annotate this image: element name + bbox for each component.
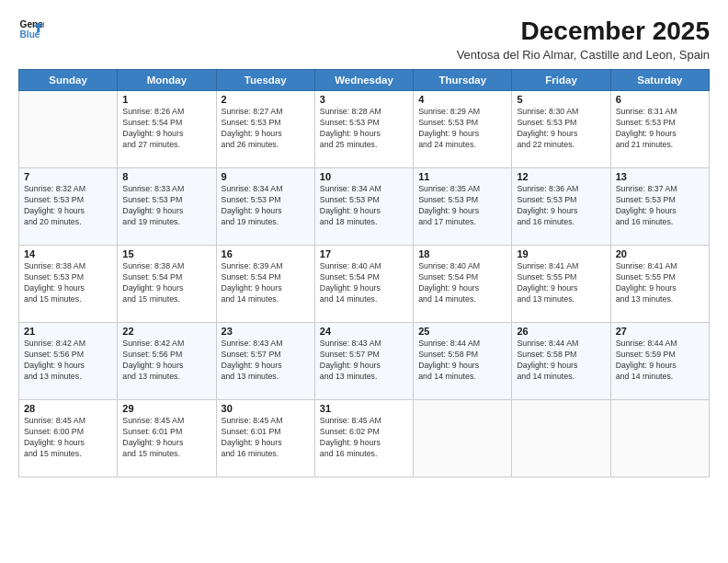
day-info: Sunrise: 8:42 AM Sunset: 5:56 PM Dayligh… [122, 339, 210, 383]
day-info: Sunrise: 8:43 AM Sunset: 5:57 PM Dayligh… [222, 339, 310, 383]
calendar-cell: 21Sunrise: 8:42 AM Sunset: 5:56 PM Dayli… [19, 323, 118, 400]
calendar-cell: 17Sunrise: 8:40 AM Sunset: 5:54 PM Dayli… [314, 246, 413, 323]
day-info: Sunrise: 8:32 AM Sunset: 5:53 PM Dayligh… [24, 184, 112, 228]
day-number: 5 [517, 94, 605, 105]
day-info: Sunrise: 8:39 AM Sunset: 5:54 PM Dayligh… [222, 261, 310, 305]
day-number: 24 [320, 326, 408, 337]
day-info: Sunrise: 8:41 AM Sunset: 5:55 PM Dayligh… [616, 261, 704, 305]
calendar-week-row: 21Sunrise: 8:42 AM Sunset: 5:56 PM Dayli… [19, 323, 710, 400]
calendar-cell: 5Sunrise: 8:30 AM Sunset: 5:53 PM Daylig… [512, 91, 610, 168]
day-number: 6 [616, 94, 704, 105]
day-number: 20 [616, 248, 704, 259]
calendar-table: SundayMondayTuesdayWednesdayThursdayFrid… [18, 69, 710, 477]
calendar-cell [414, 400, 512, 477]
day-number: 26 [517, 326, 605, 337]
day-number: 28 [24, 403, 112, 414]
calendar-cell: 7Sunrise: 8:32 AM Sunset: 5:53 PM Daylig… [19, 168, 118, 246]
day-info: Sunrise: 8:43 AM Sunset: 5:57 PM Dayligh… [320, 339, 408, 383]
calendar-cell: 1Sunrise: 8:26 AM Sunset: 5:54 PM Daylig… [118, 91, 216, 168]
weekday-header: Wednesday [314, 70, 413, 91]
day-number: 8 [122, 171, 210, 182]
calendar-week-row: 7Sunrise: 8:32 AM Sunset: 5:53 PM Daylig… [19, 168, 710, 246]
day-number: 25 [418, 326, 506, 337]
day-number: 13 [616, 171, 704, 182]
day-number: 18 [418, 248, 506, 259]
weekday-header: Friday [512, 70, 610, 91]
day-number: 30 [222, 403, 310, 414]
calendar-cell: 26Sunrise: 8:44 AM Sunset: 5:58 PM Dayli… [512, 323, 610, 400]
header: General Blue December 2025 Ventosa del R… [18, 17, 710, 62]
day-number: 1 [122, 94, 210, 105]
weekday-header: Thursday [414, 70, 512, 91]
weekday-header-row: SundayMondayTuesdayWednesdayThursdayFrid… [19, 70, 710, 91]
calendar-cell: 28Sunrise: 8:45 AM Sunset: 6:00 PM Dayli… [19, 400, 118, 477]
day-info: Sunrise: 8:27 AM Sunset: 5:53 PM Dayligh… [222, 107, 310, 151]
day-info: Sunrise: 8:26 AM Sunset: 5:54 PM Dayligh… [122, 107, 210, 151]
day-info: Sunrise: 8:31 AM Sunset: 5:53 PM Dayligh… [616, 107, 704, 151]
calendar-cell: 14Sunrise: 8:38 AM Sunset: 5:53 PM Dayli… [19, 246, 118, 323]
day-number: 12 [517, 171, 605, 182]
day-number: 7 [24, 171, 112, 182]
day-info: Sunrise: 8:30 AM Sunset: 5:53 PM Dayligh… [517, 107, 605, 151]
day-number: 27 [616, 326, 704, 337]
calendar-cell: 25Sunrise: 8:44 AM Sunset: 5:58 PM Dayli… [414, 323, 512, 400]
calendar-cell: 13Sunrise: 8:37 AM Sunset: 5:53 PM Dayli… [610, 168, 709, 246]
calendar-cell [610, 400, 709, 477]
calendar-week-row: 1Sunrise: 8:26 AM Sunset: 5:54 PM Daylig… [19, 91, 710, 168]
day-number: 23 [222, 326, 310, 337]
calendar-week-row: 14Sunrise: 8:38 AM Sunset: 5:53 PM Dayli… [19, 246, 710, 323]
calendar-cell: 16Sunrise: 8:39 AM Sunset: 5:54 PM Dayli… [216, 246, 314, 323]
calendar-cell: 9Sunrise: 8:34 AM Sunset: 5:53 PM Daylig… [216, 168, 314, 246]
calendar-cell: 12Sunrise: 8:36 AM Sunset: 5:53 PM Dayli… [512, 168, 610, 246]
calendar-cell: 31Sunrise: 8:45 AM Sunset: 6:02 PM Dayli… [314, 400, 413, 477]
calendar-week-row: 28Sunrise: 8:45 AM Sunset: 6:00 PM Dayli… [19, 400, 710, 477]
day-info: Sunrise: 8:38 AM Sunset: 5:54 PM Dayligh… [122, 261, 210, 305]
day-number: 16 [222, 248, 310, 259]
weekday-header: Tuesday [216, 70, 314, 91]
calendar-cell: 3Sunrise: 8:28 AM Sunset: 5:53 PM Daylig… [314, 91, 413, 168]
calendar-cell: 20Sunrise: 8:41 AM Sunset: 5:55 PM Dayli… [610, 246, 709, 323]
calendar-cell: 23Sunrise: 8:43 AM Sunset: 5:57 PM Dayli… [216, 323, 314, 400]
calendar-cell: 22Sunrise: 8:42 AM Sunset: 5:56 PM Dayli… [118, 323, 216, 400]
day-info: Sunrise: 8:29 AM Sunset: 5:53 PM Dayligh… [418, 107, 506, 151]
calendar-cell: 27Sunrise: 8:44 AM Sunset: 5:59 PM Dayli… [610, 323, 709, 400]
calendar-cell: 11Sunrise: 8:35 AM Sunset: 5:53 PM Dayli… [414, 168, 512, 246]
day-number: 14 [24, 248, 112, 259]
day-number: 22 [122, 326, 210, 337]
calendar-cell: 8Sunrise: 8:33 AM Sunset: 5:53 PM Daylig… [118, 168, 216, 246]
day-info: Sunrise: 8:45 AM Sunset: 6:01 PM Dayligh… [222, 416, 310, 460]
day-info: Sunrise: 8:28 AM Sunset: 5:53 PM Dayligh… [320, 107, 408, 151]
calendar-cell [512, 400, 610, 477]
calendar-cell: 24Sunrise: 8:43 AM Sunset: 5:57 PM Dayli… [314, 323, 413, 400]
day-number: 9 [222, 171, 310, 182]
logo-icon: General Blue [18, 17, 44, 42]
day-number: 4 [418, 94, 506, 105]
calendar-cell [19, 91, 118, 168]
day-number: 19 [517, 248, 605, 259]
day-number: 10 [320, 171, 408, 182]
page: General Blue December 2025 Ventosa del R… [0, 0, 728, 563]
day-info: Sunrise: 8:34 AM Sunset: 5:53 PM Dayligh… [222, 184, 310, 228]
day-info: Sunrise: 8:45 AM Sunset: 6:02 PM Dayligh… [320, 416, 408, 460]
day-number: 17 [320, 248, 408, 259]
day-info: Sunrise: 8:44 AM Sunset: 5:58 PM Dayligh… [517, 339, 605, 383]
day-info: Sunrise: 8:41 AM Sunset: 5:55 PM Dayligh… [517, 261, 605, 305]
day-number: 21 [24, 326, 112, 337]
day-info: Sunrise: 8:45 AM Sunset: 6:01 PM Dayligh… [122, 416, 210, 460]
weekday-header: Sunday [19, 70, 118, 91]
calendar-cell: 30Sunrise: 8:45 AM Sunset: 6:01 PM Dayli… [216, 400, 314, 477]
calendar-cell: 6Sunrise: 8:31 AM Sunset: 5:53 PM Daylig… [610, 91, 709, 168]
day-number: 11 [418, 171, 506, 182]
calendar-cell: 19Sunrise: 8:41 AM Sunset: 5:55 PM Dayli… [512, 246, 610, 323]
day-info: Sunrise: 8:44 AM Sunset: 5:59 PM Dayligh… [616, 339, 704, 383]
logo: General Blue [18, 17, 44, 42]
day-info: Sunrise: 8:44 AM Sunset: 5:58 PM Dayligh… [418, 339, 506, 383]
day-info: Sunrise: 8:33 AM Sunset: 5:53 PM Dayligh… [122, 184, 210, 228]
day-info: Sunrise: 8:36 AM Sunset: 5:53 PM Dayligh… [517, 184, 605, 228]
day-number: 3 [320, 94, 408, 105]
day-info: Sunrise: 8:45 AM Sunset: 6:00 PM Dayligh… [24, 416, 112, 460]
day-info: Sunrise: 8:37 AM Sunset: 5:53 PM Dayligh… [616, 184, 704, 228]
calendar-cell: 10Sunrise: 8:34 AM Sunset: 5:53 PM Dayli… [314, 168, 413, 246]
day-info: Sunrise: 8:34 AM Sunset: 5:53 PM Dayligh… [320, 184, 408, 228]
day-number: 2 [222, 94, 310, 105]
